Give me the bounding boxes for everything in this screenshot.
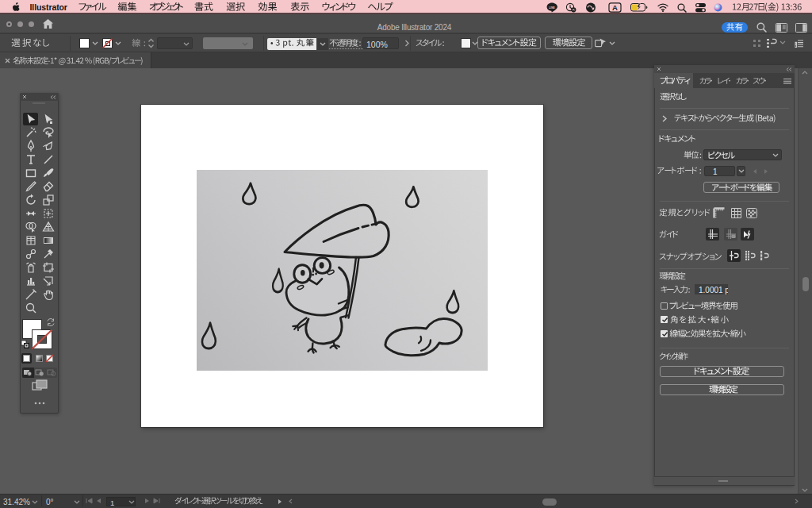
svg-text:A: A xyxy=(612,3,618,12)
svg-text:LINE: LINE xyxy=(549,6,554,10)
